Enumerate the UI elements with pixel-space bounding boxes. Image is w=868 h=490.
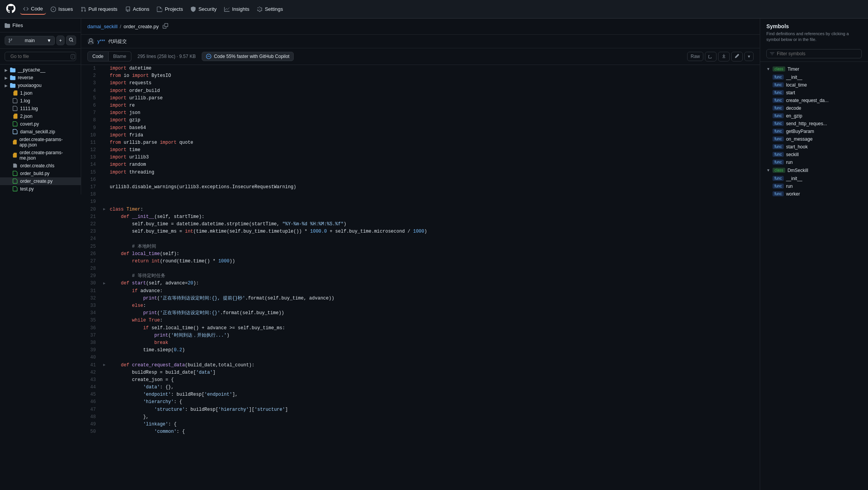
symbol-func-getBuyParam[interactable]: func getBuyParam (760, 128, 868, 135)
line-expand (100, 325, 108, 332)
func-badge: func (773, 98, 784, 103)
log-file-icon (12, 98, 18, 104)
nav-item-code[interactable]: Code (20, 3, 46, 15)
add-file-button[interactable]: + (56, 36, 65, 45)
func-name: on_message (786, 136, 862, 142)
symbol-func-worker[interactable]: func worker (760, 190, 868, 198)
symbol-func-run[interactable]: func run (760, 158, 868, 166)
symbols-filter-input[interactable] (777, 51, 858, 56)
line-expand (100, 258, 108, 265)
list-item[interactable]: 2.json (0, 112, 81, 120)
tab-code[interactable]: Code (87, 51, 109, 61)
line-number: 50 (81, 428, 100, 436)
line-content: 'linkage': { (108, 421, 760, 428)
line-expand[interactable]: ▶ (100, 362, 108, 369)
line-content: from io import BytesIO (108, 72, 760, 80)
code-line-49: 49 'linkage': { (81, 421, 760, 428)
symbol-func-decode[interactable]: func decode (760, 104, 868, 112)
nav-item-actions[interactable]: Actions (122, 4, 153, 14)
files-icon (5, 23, 10, 28)
file-name: __pycache__ (18, 67, 45, 73)
nav-item-security[interactable]: Security (187, 4, 220, 14)
code-main: 1import datetime2from io import BytesIO3… (81, 65, 760, 490)
copy-raw-button[interactable] (705, 52, 717, 61)
list-item[interactable]: order.create-params-me.json (0, 149, 81, 162)
line-expand[interactable]: ▶ (100, 280, 108, 287)
nav-item-pr[interactable]: Pull requests (78, 4, 121, 14)
line-number: 14 (81, 161, 100, 168)
symbol-func-start[interactable]: func start (760, 89, 868, 97)
list-item[interactable]: order_build.py (0, 170, 81, 177)
code-line-13: 13import urllib3 (81, 154, 760, 161)
list-item[interactable]: order.create.chls (0, 162, 81, 170)
func-name: start_hook (786, 144, 862, 150)
more-options-button[interactable]: ▾ (744, 52, 754, 61)
symbol-func-run[interactable]: func run (760, 182, 868, 190)
raw-button[interactable]: Raw (687, 52, 703, 61)
symbol-func-send_http_reques...[interactable]: func send_http_reques... (760, 120, 868, 128)
func-name: __init__ (786, 75, 862, 80)
nav-item-settings[interactable]: Settings (254, 4, 286, 14)
line-expand[interactable]: ▶ (100, 206, 108, 213)
line-expand (100, 428, 108, 436)
search-files-button[interactable] (66, 36, 76, 45)
expand-icon: ▼ (766, 67, 770, 71)
list-item[interactable]: damai_seckill.zip (0, 128, 81, 136)
line-number: 49 (81, 421, 100, 428)
code-line-17: 17urllib3.disable_warnings(urllib3.excep… (81, 184, 760, 191)
list-item[interactable]: 1.log (0, 97, 81, 105)
edit-button[interactable] (731, 52, 743, 61)
list-item[interactable]: ▶ youxiaogou (0, 82, 81, 89)
list-item[interactable]: test.py (0, 185, 81, 193)
func-name: run (786, 160, 862, 165)
line-content: def start(self, advance=20): (108, 280, 760, 287)
copilot-button[interactable]: Code 55% faster with GitHub Copilot (202, 52, 293, 61)
list-item[interactable]: ▶ __pycache__ (0, 66, 81, 74)
breadcrumb-repo[interactable]: damai_seckill (87, 24, 117, 29)
line-number: 4 (81, 87, 100, 95)
symbol-class-Timer[interactable]: ▼ class Timer (760, 65, 868, 73)
line-expand (100, 198, 108, 206)
list-item[interactable]: ▶ reverse (0, 74, 81, 82)
list-item[interactable]: 1111.log (0, 105, 81, 112)
file-sidebar: Files main ▼ + / (0, 19, 81, 490)
breadcrumb-sep: / (120, 24, 121, 29)
list-item[interactable]: covert.py (0, 120, 81, 128)
file-name: order.create-params-me.json (20, 150, 76, 161)
zip-file-icon (12, 129, 18, 134)
symbol-func-start_hook[interactable]: func start_hook (760, 143, 868, 151)
list-item[interactable]: 1.json (0, 89, 81, 97)
symbol-func-__init__[interactable]: func __init__ (760, 73, 868, 81)
nav-item-projects[interactable]: Projects (154, 4, 186, 14)
copilot-label: Code 55% faster with GitHub Copilot (214, 54, 289, 59)
symbol-func-seckill[interactable]: func seckill (760, 151, 868, 158)
list-item[interactable]: order_create.py (0, 177, 81, 185)
line-expand (100, 102, 108, 109)
code-line-15: 15import threading (81, 169, 760, 176)
nav-item-insights[interactable]: Insights (221, 4, 252, 14)
line-number: 16 (81, 176, 100, 184)
download-button[interactable] (718, 52, 730, 61)
func-name: send_http_reques... (786, 121, 862, 126)
func-name: en_gzip (786, 113, 862, 119)
branch-selector[interactable]: main ▼ (5, 36, 55, 45)
symbol-func-en_gzip[interactable]: func en_gzip (760, 112, 868, 120)
symbol-func-__init__[interactable]: func __init__ (760, 175, 868, 182)
line-expand (100, 213, 108, 221)
search-icon (69, 37, 73, 42)
breadcrumb-file: order_create.py (124, 24, 159, 29)
file-name: 2.json (20, 114, 32, 119)
line-expand (100, 413, 108, 421)
tab-blame[interactable]: Blame (109, 51, 131, 61)
line-content: import json (108, 109, 760, 117)
symbol-func-local_time[interactable]: func local_time (760, 81, 868, 89)
copy-path-button[interactable] (161, 22, 170, 31)
list-item[interactable]: order.create-params-app.json (0, 136, 81, 149)
symbol-func-on_message[interactable]: func on_message (760, 135, 868, 143)
nav-item-issues[interactable]: Issues (48, 4, 76, 14)
line-number: 35 (81, 317, 100, 324)
go-to-file-input[interactable] (10, 54, 68, 59)
symbol-class-DmSeckill[interactable]: ▼ class DmSeckill (760, 166, 868, 175)
line-expand (100, 221, 108, 228)
symbol-func-create_request_da...[interactable]: func create_request_da... (760, 97, 868, 104)
